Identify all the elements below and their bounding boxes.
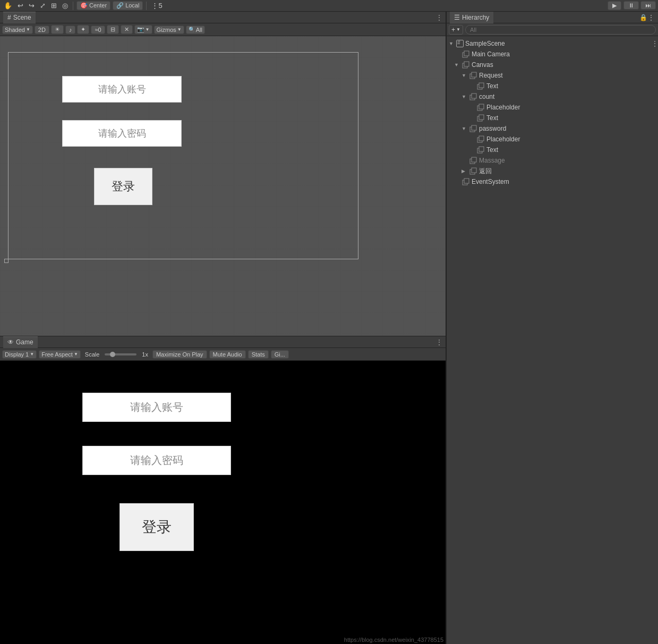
svg-rect-13	[479, 115, 484, 120]
scene-cam-icon: 📷	[137, 26, 144, 33]
shaded-dropdown[interactable]: Shaded ▼	[2, 26, 33, 34]
url-bar: https://blog.csdn.net/weixin_43778515	[342, 635, 446, 644]
request-icon	[469, 71, 477, 80]
play-btn[interactable]: ▶	[608, 1, 621, 10]
scene-cam-dropdown[interactable]: 📷 ▼	[134, 25, 152, 34]
undo-btn[interactable]: ↩	[16, 2, 25, 10]
scene-password-placeholder: 请输入密码	[98, 127, 146, 140]
tree-item-sample-scene[interactable]: ▼ SampleScene ⋮	[447, 38, 658, 49]
expand-btn[interactable]: ⤢	[38, 2, 47, 10]
hierarchy-search-input[interactable]	[465, 25, 656, 35]
maximize-on-play-btn[interactable]: Maximize On Play	[152, 350, 207, 359]
tree-item-main-camera[interactable]: Main Camera	[447, 49, 658, 60]
scene-0-btn[interactable]: ≈0	[91, 26, 105, 34]
scene-arrow-icon: ▼	[449, 41, 456, 46]
hand-tool-btn[interactable]: ✋	[2, 2, 14, 10]
back-arrow-icon: ▶	[462, 168, 469, 174]
request-label: Request	[479, 72, 503, 79]
count-placeholder-label: Placeholder	[486, 104, 520, 111]
scene-audio-btn[interactable]: ♪	[65, 26, 76, 34]
back-label: 返回	[479, 167, 492, 176]
tree-item-password[interactable]: ▼ password	[447, 123, 658, 134]
center-btn[interactable]: 🎯 Center	[76, 1, 110, 10]
pause-btn[interactable]: ⏸	[623, 1, 639, 10]
aspect-dropdown[interactable]: Free Aspect ▼	[39, 350, 81, 359]
scene-corner	[4, 259, 8, 263]
main-camera-label: Main Camera	[472, 50, 510, 58]
scene-tab[interactable]: # Scene	[3, 12, 36, 23]
password-placeholder-label: Placeholder	[486, 135, 520, 143]
game-password-input[interactable]: 请输入密码	[82, 446, 231, 475]
tree-item-back[interactable]: ▶ 返回	[447, 166, 658, 176]
count-arrow-icon: ▼	[462, 94, 469, 99]
extra-btn[interactable]: ⋮5	[150, 2, 164, 10]
mute-audio-btn[interactable]: Mute Audio	[209, 350, 246, 359]
tree-item-password-text[interactable]: Text	[447, 145, 658, 155]
svg-rect-11	[479, 104, 484, 109]
grid-btn[interactable]: ⊞	[49, 2, 58, 10]
svg-rect-17	[479, 136, 484, 141]
canvas-arrow-icon: ▼	[454, 62, 462, 67]
tree-item-count[interactable]: ▼ count	[447, 91, 658, 102]
tree-item-massage[interactable]: Massage	[447, 155, 658, 166]
scene-settings-btn[interactable]: ✕	[121, 25, 133, 34]
scene-grid-btn[interactable]: ⊟	[107, 25, 119, 34]
local-btn[interactable]: 🔗 Local	[113, 1, 143, 10]
gizmos-game-btn[interactable]: Gi...	[271, 350, 289, 359]
back-icon	[469, 167, 477, 175]
game-login-label: 登录	[142, 517, 172, 537]
svg-rect-19	[479, 147, 484, 151]
add-plus-icon: +	[451, 26, 455, 33]
step-btn[interactable]: ⏭	[640, 1, 656, 10]
display-chevron-icon: ▼	[30, 352, 34, 357]
separator-1	[73, 2, 73, 10]
sample-scene-label: SampleScene	[465, 40, 505, 47]
hierarchy-more-icon[interactable]: ⋮	[647, 13, 655, 22]
target-btn[interactable]: ◎	[61, 2, 70, 10]
event-system-label: EventSystem	[472, 178, 509, 185]
game-password-placeholder: 请输入密码	[130, 453, 183, 468]
game-panel-more-icon[interactable]: ⋮	[436, 338, 442, 346]
2d-btn[interactable]: 2D	[35, 26, 49, 34]
hierarchy-lock-icon[interactable]: 🔒	[639, 14, 647, 21]
display-dropdown[interactable]: Display 1 ▼	[2, 350, 37, 359]
hierarchy-tab[interactable]: ☰ Hierarchy	[450, 12, 493, 23]
event-system-icon	[462, 177, 470, 186]
redo-btn[interactable]: ↪	[27, 2, 36, 10]
scene-password-input[interactable]: 请输入密码	[62, 120, 182, 147]
scene-light-btn[interactable]: ☀	[51, 25, 64, 34]
scene-options-icon[interactable]: ⋮	[652, 40, 658, 47]
canvas-label: Canvas	[472, 61, 493, 69]
tree-item-count-text[interactable]: Text	[447, 113, 658, 123]
hierarchy-tree: ▼ SampleScene ⋮ Main Camera ▼	[447, 36, 658, 644]
svg-rect-3	[464, 62, 469, 66]
game-username-input[interactable]: 请输入账号	[82, 393, 231, 422]
svg-rect-9	[472, 94, 476, 98]
game-tab-icon: 👁	[7, 338, 14, 346]
scale-value: 1x	[140, 351, 150, 358]
scale-slider[interactable]	[105, 353, 136, 355]
display-label: Display 1	[5, 351, 29, 358]
right-panel: ☰ Hierarchy 🔒 ⋮ + ▼ ▼ SampleScene ⋮	[446, 12, 658, 644]
all-dropdown[interactable]: 🔍 All	[186, 26, 205, 34]
scene-username-input[interactable]: 请输入账号	[62, 76, 182, 103]
scale-dot	[110, 352, 115, 357]
count-text-icon	[476, 114, 485, 122]
gizmos-dropdown[interactable]: Gizmos ▼	[154, 26, 184, 34]
game-view: 请输入账号 请输入密码 登录 https://blog.csdn.net/wei…	[0, 361, 446, 644]
stats-btn[interactable]: Stats	[248, 350, 269, 359]
hierarchy-add-btn[interactable]: + ▼	[449, 25, 463, 35]
tree-item-request-text[interactable]: Text	[447, 81, 658, 91]
game-login-button[interactable]: 登录	[119, 503, 194, 551]
scene-fx-btn[interactable]: ✦	[77, 25, 89, 34]
tree-item-password-placeholder[interactable]: Placeholder	[447, 134, 658, 145]
tree-item-request[interactable]: ▼ Request	[447, 70, 658, 81]
tree-item-canvas[interactable]: ▼ Canvas	[447, 60, 658, 70]
tree-item-event-system[interactable]: EventSystem	[447, 176, 658, 187]
scene-panel-more-icon[interactable]: ⋮	[436, 14, 442, 21]
svg-rect-1	[464, 51, 469, 56]
hierarchy-tab-icon: ☰	[454, 14, 460, 21]
game-tab[interactable]: 👁 Game	[3, 336, 38, 348]
tree-item-count-placeholder[interactable]: Placeholder	[447, 102, 658, 113]
scene-login-button[interactable]: 登录	[94, 168, 152, 205]
